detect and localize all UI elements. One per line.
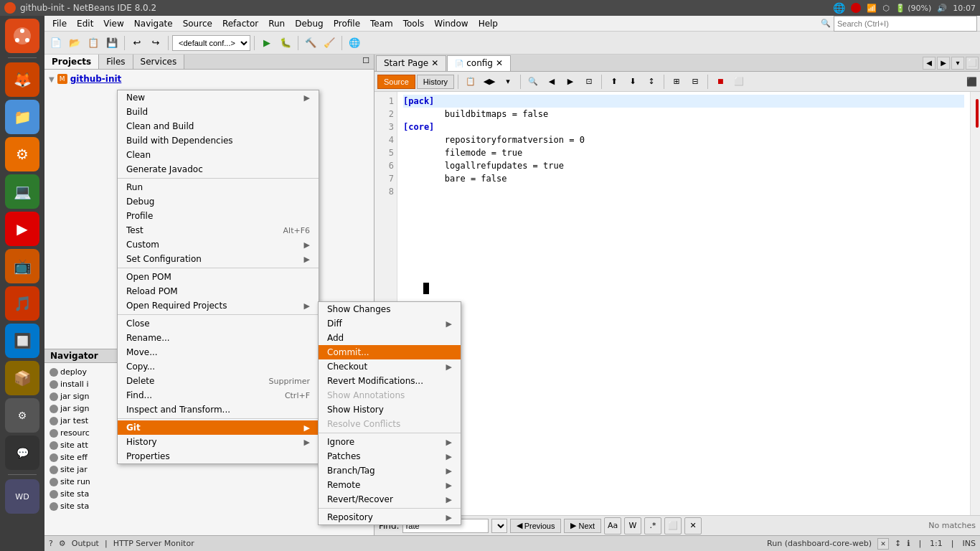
editor-btn-stop[interactable]: ⏹	[712, 73, 729, 90]
debug-project-btn[interactable]: 🐛	[277, 34, 294, 52]
sidebar-app-5[interactable]: ▶	[5, 212, 39, 246]
ctx-profile[interactable]: Profile	[118, 209, 319, 223]
find-in-selection[interactable]: ⬜	[664, 517, 682, 534]
sidebar-app-10[interactable]: ⚙	[5, 398, 39, 433]
find-prev-btn[interactable]: ◀ Previous	[510, 519, 562, 533]
ctx-inspect[interactable]: Inspect and Transform...	[118, 402, 319, 417]
tab-files[interactable]: Files	[99, 55, 133, 69]
ctx-close[interactable]: Close	[118, 316, 319, 331]
editor-btn-12[interactable]: ⊟	[687, 73, 704, 90]
git-patches[interactable]: Patches▶	[319, 449, 461, 463]
ctx-open-pom[interactable]: Open POM	[118, 270, 319, 284]
git-revert-mod[interactable]: Revert Modifications...	[319, 374, 461, 388]
editor-btn-10[interactable]: ↕	[643, 73, 660, 90]
menu-file[interactable]: File	[47, 17, 72, 30]
sidebar-app-ubuntu[interactable]	[5, 19, 39, 53]
find-next-btn[interactable]: ▶ Next	[564, 519, 601, 533]
source-btn[interactable]: Source	[377, 75, 415, 89]
sidebar-app-1[interactable]: 🦊	[5, 62, 39, 97]
ctx-open-required[interactable]: Open Required Projects ▶	[118, 298, 319, 313]
ctx-git[interactable]: Git ▶	[118, 420, 319, 435]
git-diff[interactable]: Diff▶	[319, 316, 461, 331]
find-close-btn[interactable]: ✕	[684, 517, 702, 534]
sidebar-app-6[interactable]: 📺	[5, 249, 39, 283]
editor-btn-11[interactable]: ⊞	[668, 73, 685, 90]
editor-btn-1[interactable]: 📋	[462, 73, 479, 90]
statusbar-close-btn[interactable]: ✕	[877, 538, 889, 550]
ctx-debug[interactable]: Debug	[118, 194, 319, 209]
open-project-btn[interactable]: 📂	[66, 34, 83, 52]
git-revert-recover[interactable]: Revert/Recover▶	[319, 492, 461, 507]
editor-btn-3[interactable]: ▾	[499, 73, 517, 90]
tab-scroll-right[interactable]: ▶	[937, 57, 950, 70]
menu-source[interactable]: Source	[178, 17, 217, 30]
sidebar-app-workdesk[interactable]: WD	[5, 479, 39, 514]
output-label[interactable]: Output	[72, 539, 99, 548]
tab-services[interactable]: Services	[133, 55, 185, 69]
close-project-btn[interactable]: 📋	[85, 34, 102, 52]
clean-btn[interactable]: 🧹	[321, 34, 338, 52]
new-project-btn[interactable]: 📄	[47, 34, 65, 52]
ctx-reload-pom[interactable]: Reload POM	[118, 284, 319, 298]
git-ignore[interactable]: Ignore▶	[319, 435, 461, 449]
menu-view[interactable]: View	[98, 17, 128, 30]
sidebar-app-4[interactable]: 💻	[5, 174, 39, 209]
ctx-new[interactable]: New ▶	[118, 90, 319, 105]
git-checkout[interactable]: Checkout▶	[319, 359, 461, 374]
menu-help[interactable]: Help	[473, 17, 503, 30]
tab-dropdown[interactable]: ▾	[951, 57, 964, 70]
ctx-find[interactable]: Find... Ctrl+F	[118, 388, 319, 402]
editor-btn-8[interactable]: ⬆	[606, 73, 623, 90]
editor-tab-startpage[interactable]: Start Page ✕	[376, 55, 446, 71]
menu-navigate[interactable]: Navigate	[129, 17, 178, 30]
sidebar-app-8[interactable]: 🔲	[5, 324, 39, 358]
project-name[interactable]: github-init	[70, 74, 122, 84]
menu-run[interactable]: Run	[263, 17, 290, 30]
editor-btn-6[interactable]: ▶	[562, 73, 579, 90]
tab-expand[interactable]: ⬜	[966, 57, 979, 70]
editor-btn-2[interactable]: ◀▶	[481, 73, 498, 90]
tab-scroll-left[interactable]: ◀	[923, 57, 936, 70]
ctx-properties[interactable]: Properties	[118, 449, 319, 463]
save-btn[interactable]: 💾	[103, 34, 121, 52]
ctx-move[interactable]: Move...	[118, 345, 319, 359]
history-btn[interactable]: History	[417, 75, 454, 89]
git-remote[interactable]: Remote▶	[319, 478, 461, 492]
ctx-copy[interactable]: Copy...	[118, 359, 319, 374]
settings-icon[interactable]: ⚙	[59, 539, 66, 548]
editor-btn-13[interactable]: ⬜	[730, 73, 748, 90]
menu-refactor[interactable]: Refactor	[217, 17, 263, 30]
editor-expand-btn[interactable]: ⬛	[966, 77, 977, 87]
ctx-custom[interactable]: Custom ▶	[118, 237, 319, 252]
editor-btn-9[interactable]: ⬇	[624, 73, 641, 90]
config-close-btn[interactable]: ✕	[496, 58, 503, 68]
ctx-set-config[interactable]: Set Configuration ▶	[118, 252, 319, 266]
sidebar-app-11[interactable]: 💬	[5, 435, 39, 470]
ctx-run[interactable]: Run	[118, 180, 319, 194]
sidebar-app-9[interactable]: 📦	[5, 361, 39, 395]
git-repository[interactable]: Repository▶	[319, 510, 461, 524]
startpage-close-btn[interactable]: ✕	[431, 58, 438, 68]
globe-btn[interactable]: 🌐	[346, 34, 363, 52]
ctx-delete[interactable]: Delete Supprimer	[118, 374, 319, 388]
git-show-changes[interactable]: Show Changes	[319, 302, 461, 316]
code-content[interactable]: [pack] buildbitmaps = false [core] repos…	[397, 92, 970, 515]
editor-btn-5[interactable]: ◀	[543, 73, 560, 90]
find-whole-word[interactable]: W	[624, 517, 641, 534]
http-server-label[interactable]: HTTP Server Monitor	[113, 539, 194, 548]
menu-tools[interactable]: Tools	[398, 17, 430, 30]
menu-window[interactable]: Window	[429, 17, 473, 30]
ctx-rename[interactable]: Rename...	[118, 331, 319, 345]
ctx-history[interactable]: History ▶	[118, 435, 319, 449]
search-input[interactable]	[834, 16, 977, 32]
build-btn[interactable]: 🔨	[302, 34, 319, 52]
find-options-select[interactable]	[491, 519, 507, 533]
ctx-gen-javadoc[interactable]: Generate Javadoc	[118, 162, 319, 176]
menu-edit[interactable]: Edit	[72, 17, 98, 30]
ctx-test[interactable]: Test Alt+F6	[118, 223, 319, 237]
config-combo[interactable]: <default conf...>	[172, 35, 250, 51]
tab-projects[interactable]: Projects	[44, 55, 99, 69]
ctx-build-deps[interactable]: Build with Dependencies	[118, 133, 319, 148]
ctx-build[interactable]: Build	[118, 105, 319, 119]
ctx-clean[interactable]: Clean	[118, 148, 319, 162]
